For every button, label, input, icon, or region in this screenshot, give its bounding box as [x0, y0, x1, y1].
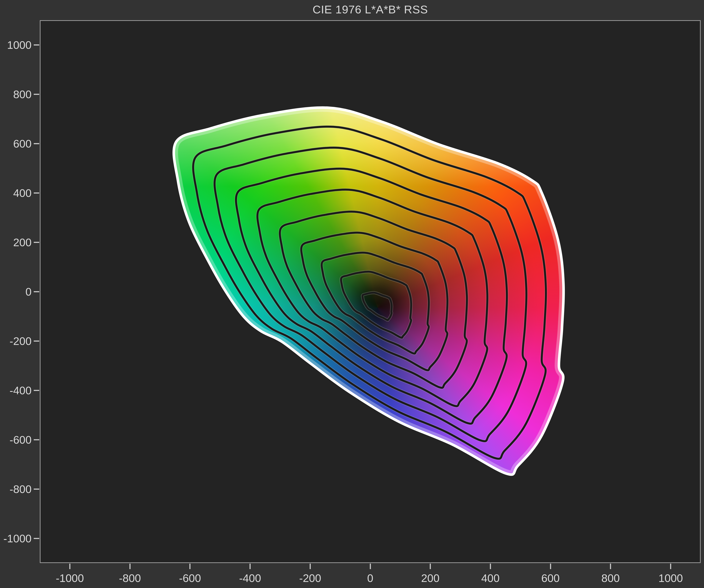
lightness-contour-8 — [362, 292, 392, 320]
y-tick-label: 200 — [2, 236, 32, 249]
y-tick-mark — [34, 44, 39, 46]
y-tick-mark — [34, 193, 39, 194]
contour-halo-5 — [301, 233, 447, 370]
x-tick-label: -800 — [119, 572, 141, 585]
x-tick-label: 800 — [601, 572, 620, 585]
x-tick-mark — [490, 564, 491, 569]
x-tick-label: 600 — [541, 572, 560, 585]
y-tick-mark — [34, 291, 39, 292]
x-tick-mark — [310, 564, 311, 569]
x-tick-mark — [189, 564, 190, 569]
x-tick-label: -600 — [179, 572, 201, 585]
y-tick-label: 1000 — [2, 39, 32, 51]
y-tick-mark — [34, 439, 39, 440]
x-tick-mark — [249, 564, 251, 569]
x-tick-mark — [610, 564, 611, 569]
y-tick-label: 800 — [2, 88, 32, 101]
x-tick-label: -1000 — [56, 572, 84, 585]
y-tick-mark — [34, 390, 39, 391]
x-tick-label: 200 — [421, 572, 439, 585]
x-tick-label: -200 — [299, 572, 321, 585]
lightness-contour-6 — [321, 253, 429, 354]
y-tick-label: 600 — [2, 137, 32, 150]
rim-glow — [174, 108, 564, 475]
y-tick-label: 0 — [2, 285, 32, 298]
x-tick-label: 0 — [367, 572, 373, 585]
y-tick-label: -600 — [2, 433, 32, 446]
y-tick-mark — [34, 242, 39, 243]
x-tick-mark — [370, 564, 371, 569]
y-tick-mark — [34, 538, 39, 539]
x-tick-label: 400 — [481, 572, 500, 585]
y-tick-label: -1000 — [2, 532, 32, 545]
gamut-contours-svg — [0, 0, 704, 588]
x-tick-mark — [430, 564, 431, 569]
x-tick-label: -400 — [239, 572, 261, 585]
y-tick-mark — [34, 489, 39, 490]
y-tick-label: 400 — [2, 186, 32, 199]
y-tick-label: -400 — [2, 384, 32, 397]
x-tick-mark — [550, 564, 551, 569]
x-tick-mark — [69, 564, 70, 569]
x-tick-mark — [129, 564, 130, 569]
x-tick-mark — [670, 564, 671, 569]
y-tick-mark — [34, 94, 39, 95]
gamut-outer-boundary — [174, 108, 564, 475]
x-tick-label: 1000 — [658, 572, 683, 585]
y-tick-mark — [34, 143, 39, 144]
figure-window: { "header": { "title": "CIE 1976 L*A*B* … — [0, 0, 704, 588]
y-tick-label: -200 — [2, 335, 32, 347]
y-tick-mark — [34, 340, 39, 341]
y-tick-label: -800 — [2, 483, 32, 495]
